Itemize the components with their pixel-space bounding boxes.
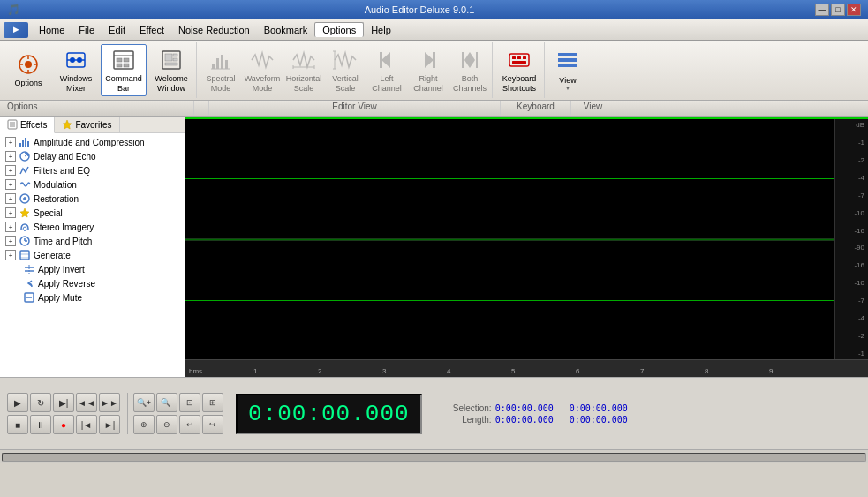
zoom-in-v-button[interactable]: ⊕	[133, 415, 155, 434]
minimize-button[interactable]: —	[815, 4, 829, 16]
play-to-end-button[interactable]: ▶|	[53, 393, 74, 412]
toolbar-welcome-window-button[interactable]: WelcomeWindow	[148, 44, 194, 97]
svg-rect-44	[517, 56, 521, 59]
generate-label: Generate	[34, 251, 71, 260]
toolbar-spectral-mode-button[interactable]: SpectralMode	[200, 44, 241, 97]
tree-item-apply-reverse[interactable]: Apply Reverse	[2, 276, 183, 290]
sidebar-tab-favorites[interactable]: Favorites	[55, 117, 119, 132]
vertical-scale-icon	[333, 48, 358, 72]
toolbar-view-button[interactable]: View ▼	[548, 46, 587, 95]
tree-item-special[interactable]: + Special	[2, 206, 183, 220]
menu-bookmark[interactable]: Bookmark	[257, 23, 315, 37]
toolbar-group-options: Options WindowsMixer CommandBar WelcomeW…	[4, 42, 197, 98]
both-channels-label: BothChannels	[453, 74, 487, 94]
db-label-4: -4	[835, 174, 864, 182]
expand-amplitude[interactable]: +	[5, 137, 16, 147]
svg-point-8	[77, 57, 82, 63]
left-channel-icon	[374, 48, 399, 72]
zoom-out-h-button[interactable]: 🔍-	[156, 393, 177, 412]
next-button[interactable]: ►|	[99, 415, 120, 434]
section-label-options: Options	[0, 101, 194, 116]
expand-restoration[interactable]: +	[5, 193, 16, 204]
menu-effect[interactable]: Effect	[132, 23, 171, 37]
zoom-out-v-button[interactable]: ⊖	[156, 415, 177, 434]
prev-button[interactable]: |◄	[76, 415, 97, 434]
db-label-2: -2	[835, 156, 864, 164]
loop-button[interactable]: ↻	[30, 393, 51, 412]
svg-marker-39	[470, 52, 475, 68]
tree-item-restoration[interactable]: + Restoration	[2, 192, 183, 206]
apply-reverse-icon	[23, 277, 35, 290]
both-channels-icon	[457, 48, 482, 72]
selection-label: Selection:	[434, 403, 492, 413]
menu-noise-reduction[interactable]: Noise Reduction	[171, 23, 257, 37]
amplitude-label: Amplitude and Compression	[34, 138, 145, 147]
expand-modulation[interactable]: +	[5, 179, 16, 190]
bottom-channel-line	[185, 300, 834, 301]
tree-item-apply-mute[interactable]: Apply Mute	[2, 290, 183, 305]
effects-tab-icon	[7, 119, 18, 130]
toolbar-command-bar-button[interactable]: CommandBar	[101, 44, 147, 97]
expand-stereo[interactable]: +	[5, 222, 16, 232]
section-label-appview	[194, 101, 209, 116]
stop-button[interactable]: ■	[7, 415, 28, 434]
sidebar-tab-effects[interactable]: Effcets	[0, 117, 55, 133]
tree-item-stereo[interactable]: + Stereo Imagery	[2, 220, 183, 234]
record-button[interactable]: ●	[53, 415, 74, 434]
expand-filters[interactable]: +	[5, 165, 16, 176]
tree-item-time-pitch[interactable]: + Time and Pitch	[2, 234, 183, 248]
expand-special[interactable]: +	[5, 207, 16, 218]
welcome-window-icon	[159, 48, 184, 72]
tree-item-amplitude[interactable]: + Amplitude and Compression	[2, 135, 183, 149]
time-pitch-label: Time and Pitch	[34, 237, 92, 246]
svg-point-1	[25, 61, 32, 68]
toolbar: Options WindowsMixer CommandBar WelcomeW…	[0, 41, 868, 101]
waveform-display	[185, 119, 834, 359]
tree-item-filters[interactable]: + Filters and EQ	[2, 163, 183, 177]
expand-generate[interactable]: +	[5, 250, 16, 260]
toolbar-windows-mixer-button[interactable]: WindowsMixer	[53, 44, 99, 97]
maximize-button[interactable]: □	[831, 4, 845, 16]
zoom-selection-button[interactable]: ⊡	[179, 393, 200, 412]
zoom-in-h-button[interactable]: 🔍+	[133, 393, 155, 412]
rewind-button[interactable]: ◄◄	[76, 393, 97, 412]
svg-rect-16	[117, 64, 122, 67]
tree-item-modulation[interactable]: + Modulation	[2, 177, 183, 192]
expand-time-pitch[interactable]: +	[5, 236, 16, 246]
close-button[interactable]: ✕	[847, 4, 861, 16]
toolbar-horizontal-scale-button[interactable]: HorizontalScale	[283, 44, 324, 97]
menu-file[interactable]: File	[72, 23, 102, 37]
zoom-prev-button[interactable]: ↩	[179, 415, 200, 434]
menu-home[interactable]: Home	[32, 23, 72, 37]
play-button[interactable]: ▶	[7, 393, 28, 412]
toolbar-right-channel-button[interactable]: RightChannel	[408, 44, 449, 97]
svg-rect-49	[558, 64, 577, 67]
pause-button[interactable]: ⏸	[30, 415, 51, 434]
app-icon: 🎵	[7, 4, 20, 16]
toolbar-options-button[interactable]: Options	[5, 49, 51, 92]
toolbar-waveform-mode-button[interactable]: WaveformMode	[242, 44, 283, 97]
db-label-7: -7	[835, 192, 864, 200]
toolbar-welcome-window-label: WelcomeWindow	[155, 74, 187, 94]
expand-delay[interactable]: +	[5, 151, 16, 162]
toolbar-both-channels-button[interactable]: BothChannels	[449, 44, 490, 97]
timeline-mark-6: 6	[576, 367, 579, 375]
menu-options[interactable]: Options	[314, 22, 364, 37]
toolbar-vertical-scale-button[interactable]: VerticalScale	[325, 44, 366, 97]
db-label-4b: -4	[835, 314, 864, 322]
zoom-next-button[interactable]: ↪	[202, 415, 223, 434]
tree-item-delay[interactable]: + Delay and Echo	[2, 149, 183, 163]
amplitude-icon	[19, 136, 31, 148]
app-logo[interactable]: ▶	[4, 22, 28, 38]
toolbar-left-channel-button[interactable]: LeftChannel	[366, 44, 407, 97]
scroll-track[interactable]	[2, 453, 866, 462]
svg-rect-20	[173, 54, 177, 56]
menu-help[interactable]: Help	[364, 23, 398, 37]
menu-edit[interactable]: Edit	[102, 23, 132, 37]
tree-item-apply-invert[interactable]: Apply Invert	[2, 262, 183, 276]
toolbar-keyboard-shortcuts-button[interactable]: KeyboardShortcuts	[496, 44, 542, 97]
zoom-all-button[interactable]: ⊞	[202, 393, 223, 412]
main-area: Effcets Favorites + Amplitude and Compre…	[0, 117, 868, 377]
tree-item-generate[interactable]: + Generate	[2, 248, 183, 262]
fast-forward-button[interactable]: ►►	[99, 393, 120, 412]
